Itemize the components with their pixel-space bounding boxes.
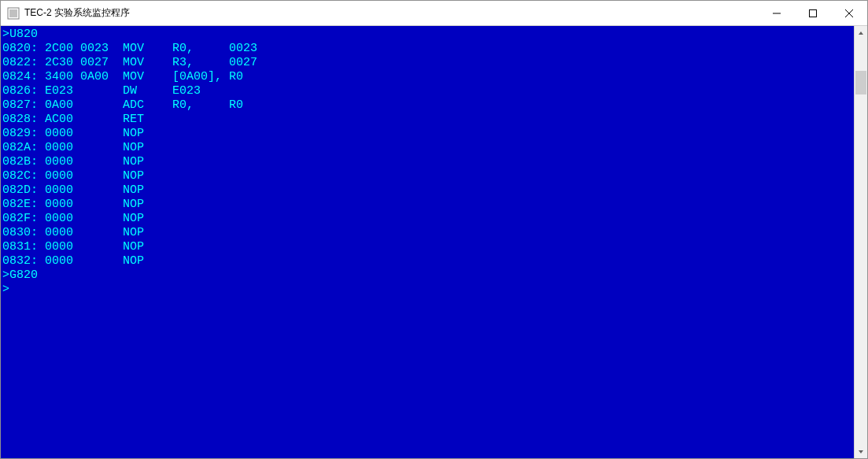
terminal-output[interactable]: >U8200820: 2C00 0023 MOV R0, 00230822: 2… [1, 26, 854, 458]
terminal-line: 082D: 0000 NOP [2, 183, 852, 198]
scroll-up-button[interactable] [855, 26, 867, 39]
window-title: TEC-2 实验系统监控程序 [24, 6, 759, 20]
app-icon [7, 7, 20, 20]
svg-marker-7 [859, 450, 863, 453]
window-controls [759, 1, 867, 25]
terminal-line: 0824: 3400 0A00 MOV [0A00], R0 [2, 70, 852, 84]
terminal-line: 082E: 0000 NOP [2, 198, 852, 212]
scroll-down-button[interactable] [855, 445, 867, 458]
svg-marker-6 [859, 31, 863, 35]
terminal-line: >U820 [2, 28, 852, 42]
terminal-line: 0832: 0000 NOP [2, 254, 852, 268]
vertical-scrollbar[interactable] [854, 26, 867, 458]
terminal-line: 0827: 0A00 ADC R0, R0 [2, 98, 852, 113]
terminal-line: 0828: AC00 RET [2, 113, 852, 127]
terminal-line: 0829: 0000 NOP [2, 127, 852, 141]
app-window: TEC-2 实验系统监控程序 >U8200820: 2C00 0023 MOV … [0, 0, 868, 459]
terminal-line: 082F: 0000 NOP [2, 212, 852, 226]
terminal-line: 082A: 0000 NOP [2, 141, 852, 155]
terminal-line: >G820 [2, 268, 852, 283]
titlebar[interactable]: TEC-2 实验系统监控程序 [1, 1, 867, 26]
terminal-line: > [2, 283, 852, 297]
terminal-line: 082C: 0000 NOP [2, 169, 852, 183]
scroll-thumb[interactable] [855, 71, 866, 94]
terminal-line: 082B: 0000 NOP [2, 155, 852, 169]
svg-rect-3 [810, 9, 817, 17]
terminal-line: 0830: 0000 NOP [2, 226, 852, 240]
scroll-track[interactable] [855, 39, 867, 445]
terminal-line: 0831: 0000 NOP [2, 240, 852, 254]
terminal-line: 0822: 2C30 0027 MOV R3, 0027 [2, 56, 852, 70]
terminal-line: 0820: 2C00 0023 MOV R0, 0023 [2, 42, 852, 56]
maximize-button[interactable] [795, 1, 831, 25]
client-area: >U8200820: 2C00 0023 MOV R0, 00230822: 2… [1, 26, 867, 458]
svg-rect-1 [9, 9, 17, 17]
minimize-button[interactable] [759, 1, 795, 25]
terminal-line: 0826: E023 DW E023 [2, 84, 852, 98]
close-button[interactable] [831, 1, 867, 25]
